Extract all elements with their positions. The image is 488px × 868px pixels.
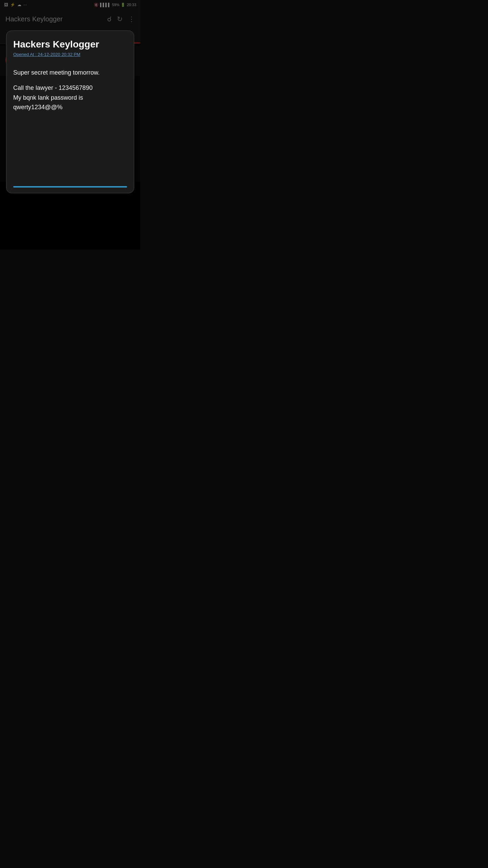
- modal-app-title: Hackers Keylogger: [13, 39, 127, 50]
- modal-content-line-2: Call the lawyer - 1234567890 My bqnk lan…: [13, 83, 127, 112]
- modal-dialog: Hackers Keylogger Opened At : 24-12-2020…: [6, 31, 134, 193]
- modal-scroll-bar[interactable]: [13, 186, 127, 188]
- modal-content-line-1: Super secret meeting tomorrow.: [13, 68, 127, 78]
- modal-opened-at: Opened At : 24-12-2020 20:32 PM: [13, 52, 127, 57]
